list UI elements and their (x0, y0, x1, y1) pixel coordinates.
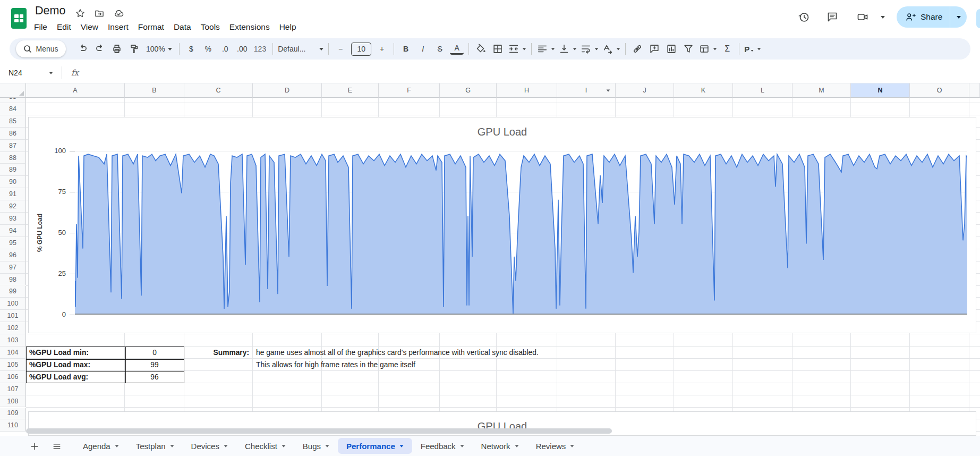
sheet-tab-dropdown-icon[interactable] (570, 445, 574, 447)
sheet-tab-feedback[interactable]: Feedback (412, 438, 473, 454)
insert-link-icon[interactable] (630, 42, 644, 56)
column-header-E[interactable]: E (322, 83, 379, 98)
search-menus-button[interactable]: Menus (16, 40, 66, 57)
menu-view[interactable]: View (76, 21, 103, 33)
horizontal-scrollbar-thumb[interactable] (26, 428, 612, 434)
menu-insert[interactable]: Insert (103, 21, 133, 33)
row-header-105[interactable]: 105 (0, 359, 26, 371)
bold-button[interactable]: B (399, 42, 413, 56)
menu-extensions[interactable]: Extensions (225, 21, 275, 33)
row-header-90[interactable]: 90 (0, 176, 26, 188)
text-color-button[interactable]: A (450, 43, 464, 55)
filter-views-button[interactable] (698, 42, 717, 56)
menu-data[interactable]: Data (169, 21, 196, 33)
p-toolbar-button[interactable]: P (744, 42, 761, 56)
select-all-corner[interactable] (0, 83, 26, 98)
row-header-100[interactable]: 100 (0, 298, 26, 310)
row-header-101[interactable]: 101 (0, 310, 26, 322)
create-filter-icon[interactable] (681, 42, 695, 56)
document-title[interactable]: Demo (35, 4, 65, 18)
vertical-align-button[interactable] (558, 42, 577, 56)
menu-format[interactable]: Format (133, 21, 169, 33)
print-icon[interactable] (110, 42, 124, 56)
row-header-91[interactable]: 91 (0, 188, 26, 200)
borders-icon[interactable] (491, 42, 505, 56)
row-header-85[interactable]: 85 (0, 115, 26, 128)
menu-file[interactable]: File (29, 21, 52, 33)
column-header-N[interactable]: N (851, 83, 910, 98)
row-header-109[interactable]: 109 (0, 408, 26, 420)
sheet-tab-dropdown-icon[interactable] (115, 445, 118, 447)
redo-button[interactable] (93, 42, 107, 56)
increase-font-button[interactable]: + (375, 42, 389, 56)
star-icon[interactable] (74, 7, 86, 19)
row-header-86[interactable]: 86 (0, 128, 26, 140)
zoom-select[interactable]: 100% (146, 42, 172, 56)
decrease-decimal-button[interactable]: .0 (218, 42, 232, 56)
sheets-logo-icon[interactable] (11, 8, 27, 29)
column-header-J[interactable]: J (616, 83, 674, 98)
paint-format-icon[interactable] (127, 42, 141, 56)
undo-button[interactable] (76, 42, 90, 56)
row-header-84[interactable]: 84 (0, 103, 26, 115)
format-currency-button[interactable]: $ (184, 42, 198, 56)
sheet-tab-dropdown-icon[interactable] (399, 445, 403, 447)
name-box-dropdown-icon[interactable] (49, 72, 53, 74)
row-header-110[interactable]: 110 (0, 419, 26, 432)
share-button[interactable]: Share (897, 6, 967, 28)
row-header-97[interactable]: 97 (0, 261, 26, 274)
column-header-O[interactable]: O (910, 83, 969, 98)
row-header-83[interactable]: 83 (0, 98, 26, 103)
row-header-88[interactable]: 88 (0, 152, 26, 164)
format-percent-button[interactable]: % (201, 42, 215, 56)
sheet-tab-dropdown-icon[interactable] (224, 445, 227, 447)
sheet-tab-dropdown-icon[interactable] (282, 445, 285, 447)
add-sheet-icon[interactable] (28, 440, 41, 453)
cell-C104[interactable]: Summary: (184, 347, 253, 359)
sheet-tab-dropdown-icon[interactable] (170, 445, 174, 447)
cell-D105[interactable]: This allows for high frame rates in the … (253, 359, 415, 371)
column-dropdown-icon[interactable] (607, 89, 610, 91)
row-header-104[interactable]: 104 (0, 347, 26, 359)
insert-chart-icon[interactable] (664, 42, 678, 56)
sheet-tab-testplan[interactable]: Testplan (127, 438, 183, 454)
strikethrough-button[interactable]: S (433, 42, 447, 56)
row-header-87[interactable]: 87 (0, 140, 26, 152)
sheet-tab-devices[interactable]: Devices (183, 438, 236, 454)
sheet-tab-dropdown-icon[interactable] (515, 445, 518, 447)
menu-edit[interactable]: Edit (52, 21, 76, 33)
sheet-tab-network[interactable]: Network (473, 438, 527, 454)
sum-functions-button[interactable]: Σ (720, 42, 734, 56)
grid-body[interactable]: %GPU Load min:0Summary:he game uses almo… (26, 98, 980, 436)
sheet-tab-checklist[interactable]: Checklist (236, 438, 294, 454)
comments-icon[interactable] (822, 6, 843, 28)
column-header-A[interactable]: A (26, 83, 125, 98)
text-wrap-button[interactable] (580, 42, 599, 56)
share-dropdown-icon[interactable] (957, 16, 961, 19)
row-header-102[interactable]: 102 (0, 322, 26, 334)
sheet-tab-reviews[interactable]: Reviews (527, 438, 583, 454)
italic-button[interactable]: I (416, 42, 430, 56)
row-header-95[interactable]: 95 (0, 237, 26, 249)
font-size-input[interactable]: 10 (351, 43, 371, 56)
decrease-font-button[interactable]: − (334, 42, 347, 56)
cell-D104[interactable]: he game uses almost all of the graphics … (253, 347, 539, 359)
menu-help[interactable]: Help (275, 21, 301, 33)
font-select[interactable]: Defaul... (278, 42, 323, 56)
text-rotation-button[interactable] (602, 42, 620, 56)
menu-tools[interactable]: Tools (196, 21, 225, 33)
column-header-F[interactable]: F (379, 83, 440, 98)
row-header-92[interactable]: 92 (0, 200, 26, 213)
column-header-H[interactable]: H (497, 83, 557, 98)
sheet-tab-agenda[interactable]: Agenda (74, 438, 127, 454)
sheet-tab-bugs[interactable]: Bugs (294, 438, 338, 454)
row-header-89[interactable]: 89 (0, 164, 26, 176)
all-sheets-menu-icon[interactable] (50, 440, 64, 453)
version-history-icon[interactable] (794, 6, 815, 28)
row-header-108[interactable]: 108 (0, 395, 26, 408)
row-header-96[interactable]: 96 (0, 249, 26, 261)
column-header-L[interactable]: L (733, 83, 792, 98)
row-header-106[interactable]: 106 (0, 371, 26, 383)
column-header-G[interactable]: G (440, 83, 497, 98)
row-header-98[interactable]: 98 (0, 274, 26, 286)
